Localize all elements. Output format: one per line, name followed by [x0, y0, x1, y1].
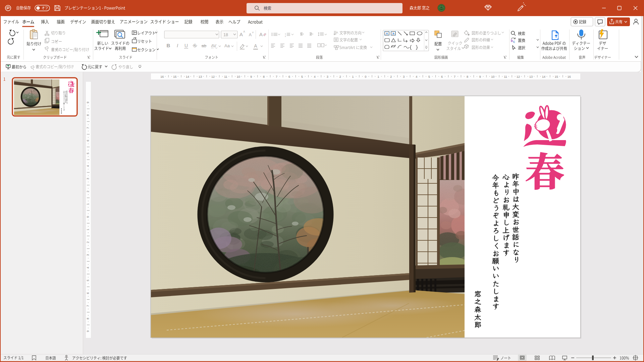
svg-text:7: 7 [276, 75, 277, 78]
svg-text:A: A [239, 32, 243, 37]
svg-text:10: 10 [237, 75, 240, 78]
svg-text:13: 13 [199, 75, 202, 78]
svg-text:4: 4 [314, 75, 316, 78]
svg-text:U: U [184, 43, 188, 48]
svg-text:15: 15 [173, 75, 176, 78]
svg-text:8: 8 [467, 75, 468, 78]
svg-text:11: 11 [224, 75, 227, 78]
svg-text:12: 12 [211, 75, 215, 78]
svg-text:1: 1 [377, 75, 379, 78]
svg-text:6: 6 [441, 75, 443, 78]
svg-text:AV: AV [211, 44, 216, 48]
svg-text:5: 5 [86, 153, 90, 154]
svg-text:˄: ˄ [243, 30, 245, 34]
svg-text:A: A [336, 31, 338, 34]
svg-text:4: 4 [86, 267, 90, 268]
svg-text:8: 8 [86, 318, 90, 319]
svg-text:14: 14 [542, 75, 545, 78]
svg-text:9: 9 [250, 75, 252, 78]
svg-text:15: 15 [555, 75, 558, 78]
svg-text:8: 8 [86, 114, 90, 116]
svg-text:3: 3 [403, 75, 405, 78]
svg-text:9: 9 [86, 330, 90, 332]
svg-text:4: 4 [86, 165, 90, 167]
svg-text:5: 5 [301, 75, 303, 78]
svg-text:4: 4 [416, 75, 417, 78]
svg-text:9: 9 [86, 102, 90, 103]
svg-text:2: 2 [339, 75, 341, 78]
svg-text:6: 6 [288, 75, 290, 78]
svg-text:12: 12 [517, 75, 520, 78]
svg-text:c: c [513, 40, 515, 44]
svg-text:0: 0 [86, 216, 90, 218]
svg-text:11: 11 [504, 75, 507, 78]
svg-text:A: A [254, 43, 257, 49]
svg-text:16: 16 [568, 75, 571, 78]
svg-text:0: 0 [365, 75, 366, 78]
svg-text:10: 10 [491, 75, 494, 78]
svg-text:b: b [511, 39, 513, 43]
svg-text:3: 3 [327, 75, 328, 78]
svg-text:6: 6 [86, 292, 90, 294]
svg-text:3: 3 [86, 178, 90, 180]
svg-text:2: 2 [390, 75, 392, 78]
svg-text:I: I [177, 43, 178, 48]
svg-text:A: A [249, 33, 252, 37]
svg-text:14: 14 [186, 75, 189, 78]
svg-text:2: 2 [86, 241, 90, 243]
svg-text:7: 7 [86, 305, 90, 307]
svg-text:Aa: Aa [224, 43, 230, 48]
svg-text:8: 8 [263, 75, 265, 78]
svg-text:13: 13 [529, 75, 533, 78]
svg-text:2: 2 [86, 191, 90, 192]
svg-text:˅: ˅ [252, 31, 254, 34]
svg-text:5: 5 [86, 280, 90, 281]
svg-text:5: 5 [428, 75, 430, 78]
svg-text:1: 1 [352, 75, 354, 78]
svg-text:16: 16 [160, 75, 164, 78]
svg-text:7: 7 [454, 75, 455, 78]
svg-text:A: A [386, 32, 388, 35]
svg-text:9: 9 [479, 75, 481, 78]
svg-text:B: B [167, 43, 170, 48]
svg-text:6: 6 [86, 140, 90, 141]
svg-text:1: 1 [86, 203, 90, 205]
svg-text:7: 7 [86, 127, 90, 129]
svg-text:3: 3 [86, 254, 90, 256]
svg-text:A: A [259, 32, 263, 37]
svg-text:1: 1 [86, 229, 90, 230]
svg-text:18: 18 [223, 33, 228, 37]
